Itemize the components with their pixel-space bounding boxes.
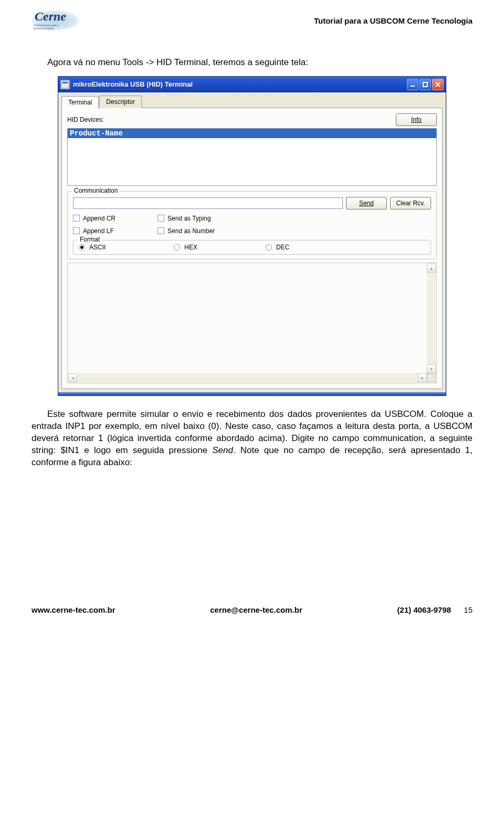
app-icon [60,80,70,89]
radio-label: HEX [184,244,197,251]
footer-email: cerne@cerne-tec.com.br [210,605,302,614]
format-dec-radio[interactable]: DEC [266,244,289,251]
send-as-typing-check[interactable]: Send as Typing [158,215,215,222]
hid-devices-list[interactable]: Product-Name [67,128,437,186]
checkbox-icon [73,227,80,234]
page-footer: www.cerne-tec.com.br cerne@cerne-tec.com… [32,605,472,614]
footer-phone: (21) 4063-9798 [397,605,452,614]
checkbox-icon [73,215,80,222]
send-as-number-check[interactable]: Send as Number [158,227,215,235]
tab-label: Descriptor [106,98,135,106]
info-button[interactable]: Info [396,113,437,126]
window-title: mikroElektronika USB (HID) Terminal [73,80,407,88]
tab-panel: HID Devices: Info Product-Name Communica… [61,108,443,389]
svg-rect-3 [423,82,427,87]
format-ascii-radio[interactable]: ASCII [79,244,106,251]
radio-label: ASCII [89,244,106,251]
vertical-scrollbar[interactable]: ▴ ▾ [427,264,436,373]
app-window: mikroElektronika USB (HID) Terminal Term… [58,76,446,396]
titlebar: mikroElektronika USB (HID) Terminal [58,77,446,92]
check-label: Append CR [83,215,116,222]
append-lf-check[interactable]: Append LF [73,227,116,235]
send-button[interactable]: Send [346,197,387,209]
minimize-button[interactable] [407,79,418,90]
receive-output[interactable]: ▴ ▾ ◂ ▸ [67,263,437,383]
page-header: Cerne Conhecimento para o Desenvolviment… [32,0,472,46]
logo-text: Cerne [35,9,66,24]
footer-site: www.cerne-tec.com.br [32,605,116,614]
horizontal-scrollbar[interactable]: ◂ ▸ [68,373,427,382]
statusbar [58,392,446,395]
tab-strip: Terminal Descriptor [61,96,443,108]
body-paragraph: Este software permite simular o envio e … [32,408,472,469]
doc-title: Tutorial para a USBCOM Cerne Tecnologia [314,16,472,25]
format-group: Format ASCII HEX DEC [73,240,431,255]
check-label: Send as Number [167,227,215,235]
check-label: Send as Typing [167,215,211,222]
check-label: Append LF [83,227,114,235]
format-hex-radio[interactable]: HEX [174,244,197,251]
logo: Cerne Conhecimento para o Desenvolviment… [32,11,79,30]
intro-text: Agora vá no menu Tools -> HID Terminal, … [32,57,472,69]
checkbox-icon [158,227,164,234]
radio-label: DEC [276,244,289,251]
close-button[interactable] [432,79,444,90]
tab-descriptor[interactable]: Descriptor [99,96,142,108]
scroll-right-icon[interactable]: ▸ [418,373,427,382]
clear-rcv-button[interactable]: Clear Rcv. [390,197,431,209]
communication-group: Communication Send Clear Rcv. Append CR … [67,191,437,259]
radio-icon [174,244,180,250]
communication-legend: Communication [72,187,120,194]
devices-label: HID Devices: [67,116,104,123]
scroll-left-icon[interactable]: ◂ [68,373,77,382]
svg-rect-2 [411,86,415,87]
tab-terminal[interactable]: Terminal [61,96,99,109]
logo-subtitle: Conhecimento para o Desenvolvimento [34,24,79,30]
send-input[interactable] [73,197,343,209]
tab-label: Terminal [68,99,92,106]
resize-grip-icon [427,373,436,382]
maximize-button[interactable] [419,79,431,90]
list-item[interactable]: Product-Name [68,129,436,138]
scroll-up-icon[interactable]: ▴ [427,264,436,272]
format-legend: Format [78,236,102,243]
page-number: 15 [464,605,472,614]
checkbox-icon [158,215,164,222]
radio-icon [79,244,85,250]
radio-icon [266,244,272,250]
svg-rect-1 [62,82,68,83]
append-cr-check[interactable]: Append CR [73,215,116,222]
scroll-down-icon[interactable]: ▾ [427,364,436,373]
